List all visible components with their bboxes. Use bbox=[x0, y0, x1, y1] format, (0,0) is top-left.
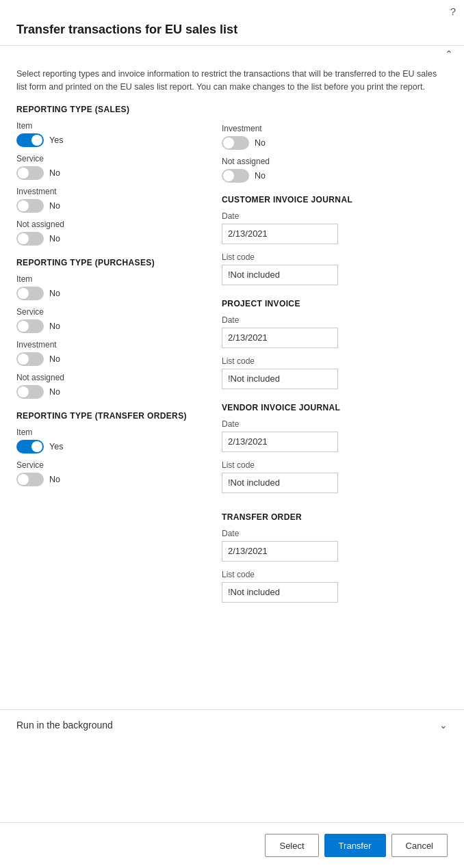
project-invoice-listcode-group: List code bbox=[222, 356, 448, 389]
sales-item-toggle[interactable] bbox=[16, 133, 44, 147]
help-icon-area: ? bbox=[0, 0, 464, 17]
sales-service-value: No bbox=[49, 168, 60, 178]
customer-invoice-listcode-label: List code bbox=[222, 252, 448, 262]
reporting-sales-heading: REPORTING TYPE (SALES) bbox=[16, 105, 208, 114]
project-invoice-date-group: Date bbox=[222, 315, 448, 348]
sales-service-label: Service bbox=[16, 154, 208, 163]
reporting-purchases-heading: REPORTING TYPE (PURCHASES) bbox=[16, 258, 208, 267]
sales-item-label: Item bbox=[16, 121, 208, 131]
purchases-investment-value: No bbox=[49, 354, 60, 364]
right-sales-not-assigned-value: No bbox=[255, 171, 266, 181]
right-sales-investment-label: Investment bbox=[222, 124, 448, 133]
right-sales-not-assigned-toggle[interactable] bbox=[222, 169, 249, 183]
sales-investment-value: No bbox=[49, 201, 60, 211]
sales-right-toggles: Investment No Not assigned No bbox=[222, 124, 448, 183]
help-icon[interactable]: ? bbox=[450, 5, 456, 17]
customer-invoice-listcode-input[interactable] bbox=[222, 265, 338, 285]
customer-invoice-journal-heading: CUSTOMER INVOICE JOURNAL bbox=[222, 195, 448, 205]
transfer-item-label: Item bbox=[16, 428, 208, 437]
right-sales-investment-toggle-group: Investment No bbox=[222, 124, 448, 150]
vendor-invoice-listcode-label: List code bbox=[222, 460, 448, 470]
purchases-not-assigned-value: No bbox=[49, 387, 60, 397]
transfer-order-date-group: Date bbox=[222, 529, 448, 562]
transfer-item-toggle-group: Item Yes bbox=[16, 428, 208, 453]
sales-investment-toggle-group: Investment No bbox=[16, 187, 208, 213]
transfer-item-value: Yes bbox=[49, 442, 63, 451]
vendor-invoice-listcode-input[interactable] bbox=[222, 473, 338, 493]
sales-item-knob bbox=[31, 135, 42, 146]
purchases-item-toggle-group: Item No bbox=[16, 274, 208, 300]
transfer-order-date-input[interactable] bbox=[222, 541, 338, 562]
transfer-order-listcode-input[interactable] bbox=[222, 582, 338, 603]
run-background-chevron-icon[interactable]: ⌄ bbox=[439, 720, 448, 731]
transfer-button[interactable]: Transfer bbox=[324, 834, 386, 857]
reporting-purchases-section: REPORTING TYPE (PURCHASES) Item No Servi… bbox=[16, 258, 208, 399]
purchases-service-toggle-group: Service No bbox=[16, 307, 208, 333]
sales-investment-label: Investment bbox=[16, 187, 208, 196]
collapse-icon[interactable]: ⌃ bbox=[445, 49, 453, 60]
left-column: REPORTING TYPE (SALES) Item Yes Service bbox=[16, 105, 208, 698]
sales-not-assigned-value: No bbox=[49, 234, 60, 244]
project-invoice-listcode-label: List code bbox=[222, 356, 448, 366]
transfer-service-knob bbox=[18, 474, 29, 485]
section-collapse-bar: ⌃ bbox=[0, 45, 464, 62]
customer-invoice-date-input[interactable] bbox=[222, 224, 338, 244]
purchases-investment-label: Investment bbox=[16, 340, 208, 350]
purchases-item-knob bbox=[18, 288, 29, 299]
transfer-order-section: TRANSFER ORDER Date List code bbox=[222, 512, 448, 603]
sales-service-knob bbox=[18, 168, 29, 179]
reporting-transfer-orders-heading: REPORTING TYPE (TRANSFER ORDERS) bbox=[16, 411, 208, 421]
transfer-service-label: Service bbox=[16, 460, 208, 470]
right-sales-investment-toggle[interactable] bbox=[222, 136, 249, 150]
vendor-invoice-journal-section: VENDOR INVOICE JOURNAL Date List code bbox=[222, 403, 448, 493]
purchases-item-label: Item bbox=[16, 274, 208, 284]
project-invoice-date-label: Date bbox=[222, 315, 448, 325]
vendor-invoice-listcode-group: List code bbox=[222, 460, 448, 493]
project-invoice-section: PROJECT INVOICE Date List code bbox=[222, 299, 448, 389]
transfer-order-heading: TRANSFER ORDER bbox=[222, 512, 448, 522]
right-sales-investment-value: No bbox=[255, 138, 266, 148]
right-sales-investment-knob bbox=[223, 137, 234, 148]
sales-service-toggle[interactable] bbox=[16, 166, 44, 180]
vendor-invoice-date-input[interactable] bbox=[222, 432, 338, 452]
page-container: ? Transfer transactions for EU sales lis… bbox=[0, 0, 464, 868]
transfer-service-value: No bbox=[49, 475, 60, 484]
transfer-order-date-label: Date bbox=[222, 529, 448, 538]
transfer-service-toggle[interactable] bbox=[16, 473, 44, 486]
purchases-item-value: No bbox=[49, 289, 60, 298]
purchases-investment-knob bbox=[18, 354, 29, 365]
purchases-service-value: No bbox=[49, 321, 60, 331]
description-text: Select reporting types and invoice infor… bbox=[0, 62, 464, 105]
main-content: REPORTING TYPE (SALES) Item Yes Service bbox=[0, 105, 464, 698]
right-column: Investment No Not assigned No bbox=[222, 105, 448, 698]
purchases-investment-toggle[interactable] bbox=[16, 352, 44, 366]
sales-item-toggle-group: Item Yes bbox=[16, 121, 208, 147]
purchases-not-assigned-toggle[interactable] bbox=[16, 385, 44, 399]
transfer-order-listcode-group: List code bbox=[222, 570, 448, 603]
run-background-label: Run in the background bbox=[16, 720, 113, 731]
right-sales-not-assigned-label: Not assigned bbox=[222, 157, 448, 166]
sales-not-assigned-label: Not assigned bbox=[16, 220, 208, 229]
vendor-invoice-date-group: Date bbox=[222, 419, 448, 452]
purchases-service-label: Service bbox=[16, 307, 208, 317]
select-button[interactable]: Select bbox=[265, 834, 318, 857]
purchases-service-toggle[interactable] bbox=[16, 319, 44, 333]
cancel-button[interactable]: Cancel bbox=[391, 834, 448, 857]
transfer-item-knob bbox=[31, 441, 42, 452]
customer-invoice-date-group: Date bbox=[222, 211, 448, 244]
run-background-bar[interactable]: Run in the background ⌄ bbox=[0, 709, 464, 740]
project-invoice-listcode-input[interactable] bbox=[222, 369, 338, 389]
project-invoice-date-input[interactable] bbox=[222, 328, 338, 348]
purchases-investment-toggle-group: Investment No bbox=[16, 340, 208, 366]
page-title: Transfer transactions for EU sales list bbox=[0, 17, 464, 45]
purchases-item-toggle[interactable] bbox=[16, 287, 44, 300]
reporting-transfer-orders-section: REPORTING TYPE (TRANSFER ORDERS) Item Ye… bbox=[16, 411, 208, 486]
transfer-item-toggle[interactable] bbox=[16, 440, 44, 453]
sales-not-assigned-toggle[interactable] bbox=[16, 232, 44, 246]
vendor-invoice-journal-heading: VENDOR INVOICE JOURNAL bbox=[222, 403, 448, 412]
customer-invoice-date-label: Date bbox=[222, 211, 448, 221]
transfer-service-toggle-group: Service No bbox=[16, 460, 208, 486]
reporting-sales-section: REPORTING TYPE (SALES) Item Yes Service bbox=[16, 105, 208, 246]
sales-investment-toggle[interactable] bbox=[16, 199, 44, 213]
purchases-not-assigned-label: Not assigned bbox=[16, 373, 208, 382]
